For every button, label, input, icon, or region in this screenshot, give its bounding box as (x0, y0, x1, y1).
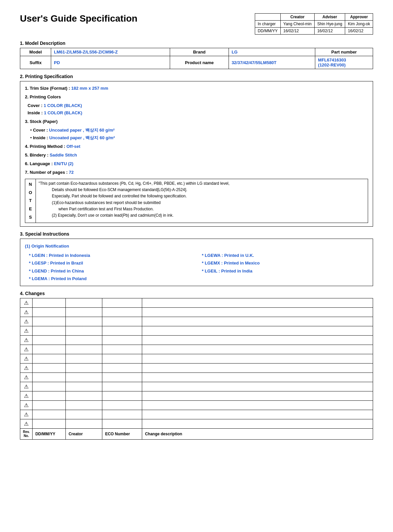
rev-icon-cell: ⚠ (20, 317, 33, 326)
in-charger-label: In charger (255, 21, 280, 28)
origins-right: * LGEWA : Printed in U.K. * LGEMX : Prin… (202, 252, 368, 283)
language-value: EN/TU (2) (54, 161, 73, 166)
table-row: ⚠ (20, 317, 373, 326)
table-row: ⚠ (20, 419, 373, 429)
creator-col: Creator (66, 429, 102, 440)
language-label: 6. Language : (25, 161, 54, 166)
cover-label: Cover : (28, 103, 44, 108)
model-desc-title: 1. Model Description (20, 41, 373, 46)
printing-method-value: Off-set (66, 144, 80, 149)
part-value: MFL67416303 (1202-REV00) (315, 56, 373, 69)
printing-spec-title: 2. Printing Specification (20, 74, 373, 79)
product-value: 32/37/42/47/55LM580T (229, 56, 315, 69)
notes-content: "This part contain Eco-hazardous substan… (36, 179, 368, 223)
origin-lgein: * LGEIN : Printed in Indonesia (29, 252, 195, 259)
num-pages-row: 7. Number of pages : 72 (25, 169, 368, 176)
changes-table: ⚠ ⚠ ⚠ ⚠ ⚠ ⚠ ⚠ ⚠ ⚠ ⚠ ⚠ ⚠ (20, 298, 373, 440)
table-row: ⚠ (20, 391, 373, 401)
rev-icon-cell: ⚠ (20, 345, 33, 354)
origin-notification-title: (1) Origin Notification (25, 242, 368, 250)
special-instructions-title: 3. Special Instructions (20, 231, 373, 237)
num-pages-label: 7. Number of pages : (25, 170, 69, 175)
page-title: User's Guide Specification (20, 13, 245, 24)
part-label: Part number (315, 48, 373, 56)
stock-row: 3. Stock (Paper) (25, 118, 368, 125)
trim-size-row: 1. Trim Size (Format) : 182 mm x 257 mm (25, 85, 368, 92)
rev-icon-cell: ⚠ (20, 382, 33, 391)
approval-adviser-header: Adviser (314, 14, 345, 21)
printing-colors-label: 2. Printing Colors (25, 94, 61, 99)
changes-title: 4. Changes (20, 291, 373, 296)
table-row: ⚠ (20, 410, 373, 419)
rev-icon-cell: ⚠ (20, 364, 33, 373)
adviser-date: 16/02/12 (314, 28, 345, 35)
approval-table: Creator Adviser Approver In charger Yang… (255, 13, 373, 35)
bindery-row: 5. Bindery : Saddle Stitch (25, 152, 368, 159)
language-row: 6. Language : EN/TU (2) (25, 160, 368, 167)
origins-left: * LGEIN : Printed in Indonesia * LGESP :… (29, 252, 195, 283)
title-block: User's Guide Specification (20, 13, 245, 24)
printing-colors-row: 2. Printing Colors (25, 93, 368, 101)
table-row: ⚠ (20, 364, 373, 373)
rev-icon-cell: ⚠ (20, 298, 33, 308)
table-row: ⚠ (20, 308, 373, 317)
bindery-label: 5. Bindery : (25, 153, 49, 158)
approver-name: Kim Jong-ok (345, 21, 373, 28)
ddmmyy-label: DD/MM/YY (255, 28, 280, 35)
cover-color-value: 1 COLOR (BLACK) (44, 103, 82, 108)
inside-color-row: Inside : 1 COLOR (BLACK) (25, 109, 368, 117)
model-label: Model (20, 48, 51, 56)
table-row: ⚠ (20, 326, 373, 336)
approver-date: 16/02/12 (345, 28, 373, 35)
suffix-label: Suffix (20, 56, 51, 69)
cover-color-row: Cover : 1 COLOR (BLACK) (25, 102, 368, 109)
notes-table: NOTES "This part contain Eco-hazardous s… (25, 179, 368, 223)
rev-icon-cell: ⚠ (20, 373, 33, 382)
table-row: ⚠ (20, 354, 373, 364)
rev-icon-cell: ⚠ (20, 401, 33, 410)
stock-label: 3. Stock (Paper) (25, 119, 57, 124)
suffix-value: PD (51, 56, 170, 69)
table-row: ⚠ (20, 336, 373, 345)
instructions-box: (1) Origin Notification * LGEIN : Printe… (20, 239, 373, 286)
approval-creator-header: Creator (280, 14, 314, 21)
inside-label: Inside : (28, 110, 44, 115)
origin-lgeil: * LGEIL : Printed in India (202, 267, 368, 275)
trim-size-label: 1. Trim Size (Format) : (25, 86, 71, 91)
brand-label: Brand (170, 48, 229, 56)
change-desc-col: Change description (142, 429, 373, 440)
header-area: User's Guide Specification Creator Advis… (20, 13, 373, 35)
model-table: Model LM61-Z/LM58-Z/LS56-Z/CM96-Z Brand … (20, 48, 373, 69)
table-row: ⚠ (20, 298, 373, 308)
rev-icon-cell: ⚠ (20, 391, 33, 401)
printing-spec-box: 1. Trim Size (Format) : 182 mm x 257 mm … (20, 81, 373, 227)
changes-footer-row: Rev.No. DD/MM/YY Creator ECO Number Chan… (20, 429, 373, 440)
creator-name: Yang Cheol-min (280, 21, 314, 28)
table-row: ⚠ (20, 401, 373, 410)
origin-lgema: * LGEMA : Printed in Poland (29, 275, 195, 282)
origin-lgesp: * LGESP : Printed in Brazil (29, 259, 195, 267)
product-label: Product name (170, 56, 229, 69)
origin-lgewa: * LGEWA : Printed in U.K. (202, 252, 368, 259)
rev-icon-cell: ⚠ (20, 419, 33, 429)
brand-value: LG (229, 48, 315, 56)
approval-approver-header: Approver (345, 14, 373, 21)
num-pages-value: 72 (69, 170, 73, 175)
rev-icon-cell: ⚠ (20, 336, 33, 345)
printing-method-label: 4. Printing Method : (25, 144, 66, 149)
bindery-value: Saddle Stitch (49, 153, 77, 158)
trim-size-value: 182 mm x 257 mm (71, 86, 108, 91)
origin-lgend: * LGEND : Printed in China (29, 267, 195, 275)
inside-stock-row: • Inside : Uncoated paper , 백상지 60 g/m² (25, 134, 368, 142)
printing-method-row: 4. Printing Method : Off-set (25, 143, 368, 150)
adviser-name: Shin Hye-jung (314, 21, 345, 28)
model-value: LM61-Z/LM58-Z/LS56-Z/CM96-Z (51, 48, 170, 56)
rev-no-label: Rev.No. (20, 429, 33, 440)
notes-letters: NOTES (25, 179, 36, 223)
table-row: ⚠ (20, 382, 373, 391)
inside-color-value: 1 COLOR (BLACK) (44, 110, 82, 115)
table-row: ⚠ (20, 373, 373, 382)
rev-icon-cell: ⚠ (20, 354, 33, 364)
rev-icon-cell: ⚠ (20, 410, 33, 419)
cover-stock-row: • Cover : Uncoated paper , 백상지 60 g/m² (25, 127, 368, 134)
